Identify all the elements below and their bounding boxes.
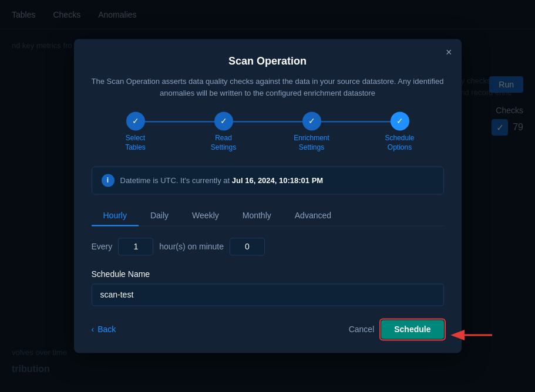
step-label-1: SelectTables [125,134,146,152]
schedule-button-wrapper: Schedule [381,320,443,339]
step-schedule-options: ✓ ScheduleOptions [356,111,444,152]
step-circle-1: ✓ [126,111,145,130]
modal-title: Scan Operation [92,55,444,67]
step-read-settings: ✓ ReadSettings [180,111,268,152]
info-text: Datetime is UTC. It's currently at Jul 1… [120,176,324,185]
hours-on-minute-label: hour(s) on minute [159,242,224,252]
tab-advanced[interactable]: Advanced [283,207,343,227]
modal-footer: ‹ Back Cancel Schedule [92,320,444,339]
step-label-4: ScheduleOptions [385,134,414,152]
step-circle-4: ✓ [391,111,409,130]
red-arrow-indicator [448,326,495,344]
hour-input[interactable] [118,238,153,256]
wizard-steps: ✓ SelectTables ✓ ReadSettings ✓ Enrichme… [92,111,444,152]
footer-actions: Cancel Schedule [349,320,444,339]
tab-weekly[interactable]: Weekly [180,207,231,227]
schedule-frequency-row: Every hour(s) on minute [92,238,444,256]
tab-daily[interactable]: Daily [139,207,180,227]
step-circle-2: ✓ [214,111,233,130]
step-circle-3: ✓ [302,111,321,130]
tab-monthly[interactable]: Monthly [231,207,283,227]
step-label-3: EnrichmentSettings [294,134,329,152]
tab-hourly[interactable]: Hourly [92,207,139,227]
info-icon: i [102,174,115,187]
cancel-button[interactable]: Cancel [349,325,375,334]
schedule-name-input[interactable] [92,284,444,306]
step-select-tables: ✓ SelectTables [92,111,180,152]
every-label: Every [92,242,113,252]
step-enrichment-settings: ✓ EnrichmentSettings [268,111,356,152]
modal-description: The Scan Operation asserts data quality … [92,76,444,99]
schedule-name-section: Schedule Name [92,270,444,306]
back-button[interactable]: ‹ Back [92,325,116,334]
schedule-tabs: Hourly Daily Weekly Monthly Advanced [92,207,444,227]
back-label: Back [97,325,116,334]
step-label-2: ReadSettings [211,134,236,152]
schedule-button[interactable]: Schedule [381,320,443,339]
minute-input[interactable] [230,238,265,256]
close-button[interactable]: × [446,47,452,58]
schedule-name-label: Schedule Name [92,270,444,279]
scan-operation-modal: × Scan Operation The Scan Operation asse… [74,39,462,353]
info-banner: i Datetime is UTC. It's currently at Jul… [92,167,444,195]
back-chevron-icon: ‹ [92,325,95,334]
